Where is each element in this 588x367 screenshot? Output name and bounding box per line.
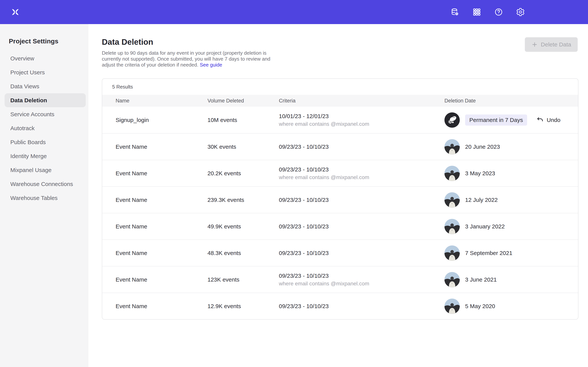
criteria-date-range: 09/23/23 - 10/10/23	[279, 166, 444, 173]
sidebar-item-label: Warehouse Connections	[10, 181, 73, 187]
table-row[interactable]: Event Name 49.9K events 09/23/23 - 10/10…	[102, 213, 578, 240]
criteria: 09/23/23 - 10/10/23 where email contains…	[279, 166, 444, 180]
permanent-badge: Permanent in 7 Days	[465, 115, 527, 125]
criteria-filter: where email contains @mixpanel.com	[279, 121, 444, 127]
page-description-text: Delete up to 90 days data for any event …	[102, 50, 270, 68]
table-row[interactable]: Event Name 20.2K events 09/23/23 - 10/10…	[102, 160, 578, 186]
user-avatar	[444, 192, 460, 208]
user-avatar	[444, 112, 460, 128]
criteria: 09/23/23 - 10/10/23	[279, 303, 444, 309]
sidebar-item[interactable]: Public Boards	[5, 135, 86, 149]
event-name: Event Name	[116, 223, 208, 230]
sidebar-item[interactable]: Data Views	[5, 79, 86, 93]
sidebar-item[interactable]: Warehouse Connections	[5, 177, 86, 191]
criteria-filter: where email contains @mixpanel.com	[279, 281, 444, 287]
sidebar-title: Project Settings	[9, 37, 88, 45]
criteria: 10/01/23 - 12/01/23 where email contains…	[279, 113, 444, 127]
see-guide-link[interactable]: See guide	[200, 62, 222, 68]
page-header: Data Deletion Delete up to 90 days data …	[88, 24, 588, 68]
col-header-volume: Volume Deleted	[208, 98, 279, 104]
page-description: Delete up to 90 days data for any event …	[102, 50, 274, 68]
sidebar-item-label: Service Accounts	[10, 111, 54, 117]
volume-deleted: 20.2K events	[208, 170, 279, 177]
col-header-criteria: Criteria	[279, 98, 444, 104]
undo-button[interactable]: Undo	[536, 116, 561, 124]
sidebar-item[interactable]: Identity Merge	[5, 149, 86, 163]
deletion-date: 3 January 2022	[465, 223, 505, 230]
deletion-date-cell: 12 July 2022	[444, 192, 578, 208]
deletion-date-cell: 3 May 2023	[444, 166, 578, 181]
criteria: 09/23/23 - 10/10/23	[279, 250, 444, 256]
mixpanel-logo[interactable]	[11, 8, 20, 17]
user-avatar	[444, 139, 460, 154]
sidebar-item-label: Warehouse Tables	[10, 195, 58, 201]
sidebar-item-label: Public Boards	[10, 139, 46, 145]
delete-data-label: Delete Data	[541, 41, 571, 48]
event-name: Event Name	[116, 250, 208, 256]
deletion-table-card: 5 Results Name Volume Deleted Criteria D…	[102, 78, 579, 320]
table-row[interactable]: Event Name 239.3K events 09/23/23 - 10/1…	[102, 186, 578, 213]
sidebar-item-label: Identity Merge	[10, 153, 47, 159]
volume-deleted: 12.9K events	[208, 303, 279, 309]
volume-deleted: 10M events	[208, 117, 279, 123]
volume-deleted: 239.3K events	[208, 197, 279, 203]
data-connections-icon[interactable]	[450, 8, 459, 17]
undo-icon	[536, 116, 544, 124]
apps-grid-icon[interactable]	[472, 8, 481, 17]
help-icon[interactable]	[494, 8, 503, 17]
table-row[interactable]: Event Name 30K events 09/23/23 - 10/10/2…	[102, 133, 578, 160]
sidebar-item-label: Project Users	[10, 69, 45, 76]
criteria-date-range: 09/23/23 - 10/10/23	[279, 223, 444, 230]
event-name: Event Name	[116, 303, 208, 309]
event-name: Event Name	[116, 197, 208, 203]
col-header-name: Name	[116, 98, 208, 104]
deletion-date-cell: 7 September 2021	[444, 245, 578, 261]
criteria: 09/23/23 - 10/10/23	[279, 223, 444, 230]
deletion-date: 20 June 2023	[465, 143, 500, 150]
user-avatar	[444, 299, 460, 314]
table-row[interactable]: Event Name 123K events 09/23/23 - 10/10/…	[102, 266, 578, 293]
results-count: 5 Results	[102, 79, 578, 95]
event-name: Signup_login	[116, 117, 208, 123]
deletion-date-cell: 3 January 2022	[444, 219, 578, 234]
sidebar-item-active[interactable]: Data Deletion	[5, 93, 86, 107]
deletion-date-cell: 20 June 2023	[444, 139, 578, 154]
sidebar-item[interactable]: Overview	[5, 51, 86, 65]
criteria-date-range: 09/23/23 - 10/10/23	[279, 250, 444, 256]
user-avatar	[444, 245, 460, 261]
sidebar-item[interactable]: Service Accounts	[5, 107, 86, 121]
col-header-deletion-date: Deletion Date	[444, 98, 578, 104]
criteria: 09/23/23 - 10/10/23 where email contains…	[279, 273, 444, 287]
volume-deleted: 30K events	[208, 143, 279, 150]
top-navbar	[0, 0, 588, 24]
sidebar-item[interactable]: Autotrack	[5, 121, 86, 135]
sidebar: Project Settings Overview Project Users …	[0, 24, 88, 367]
deletion-date: 12 July 2022	[465, 197, 498, 203]
deletion-date: 3 June 2021	[465, 276, 497, 283]
settings-icon[interactable]	[516, 8, 525, 17]
sidebar-item[interactable]: Mixpanel Usage	[5, 163, 86, 177]
table-row[interactable]: Event Name 12.9K events 09/23/23 - 10/10…	[102, 293, 578, 319]
sidebar-item[interactable]: Warehouse Tables	[5, 191, 86, 205]
nav-icon-group	[450, 0, 525, 24]
criteria: 09/23/23 - 10/10/23	[279, 143, 444, 150]
deletion-date-cell: 3 June 2021	[444, 272, 578, 287]
volume-deleted: 49.9K events	[208, 223, 279, 230]
criteria-date-range: 10/01/23 - 12/01/23	[279, 113, 444, 119]
event-name: Event Name	[116, 170, 208, 177]
table-row[interactable]: Event Name 48.3K events 09/23/23 - 10/10…	[102, 240, 578, 266]
table-row[interactable]: Signup_login 10M events 10/01/23 - 12/01…	[102, 107, 578, 133]
event-name: Event Name	[116, 143, 208, 150]
delete-data-button[interactable]: Delete Data	[525, 37, 578, 52]
sidebar-item[interactable]: Project Users	[5, 65, 86, 79]
sidebar-items: Overview Project Users Data Views Data D…	[0, 51, 88, 205]
deletion-date-cell: 5 May 2020	[444, 299, 578, 314]
sidebar-item-label: Data Deletion	[10, 97, 47, 104]
criteria-date-range: 09/23/23 - 10/10/23	[279, 303, 444, 309]
user-avatar	[444, 166, 460, 181]
criteria: 09/23/23 - 10/10/23	[279, 197, 444, 203]
undo-label: Undo	[547, 117, 561, 123]
deletion-date: 5 May 2020	[465, 303, 495, 309]
deletion-date: 3 May 2023	[465, 170, 495, 177]
plus-icon	[531, 41, 538, 48]
